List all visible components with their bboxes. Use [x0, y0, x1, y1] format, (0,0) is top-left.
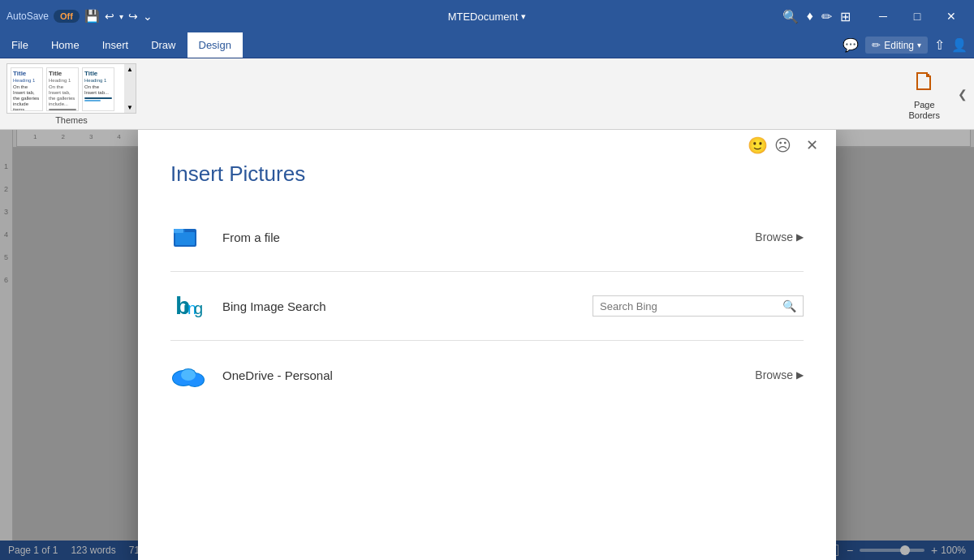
from-file-browse[interactable]: Browse ▶: [755, 230, 804, 243]
ribbon-tabs: File Home Insert Draw Design 💬 ✏ Editing…: [0, 32, 974, 58]
edit-icon: ✏: [872, 39, 881, 51]
bing-search-input[interactable]: [600, 300, 782, 312]
ribbon-right-controls: 💬 ✏ Editing ▾ ⇧ 👤: [843, 32, 974, 58]
ribbon-collapse-button[interactable]: ❮: [958, 88, 968, 101]
ribbon-content: Title Heading 1 On the Insert tab, the g…: [0, 58, 974, 130]
draw-icon[interactable]: ✏: [821, 9, 832, 24]
editing-chevron: ▾: [917, 41, 921, 50]
tab-draw[interactable]: Draw: [140, 32, 187, 58]
onedrive-icon: [170, 357, 206, 393]
page-borders-icon: 🗋: [912, 67, 937, 97]
bing-search-icon[interactable]: 🔍: [782, 299, 796, 312]
from-file-label: From a file: [222, 230, 739, 244]
insert-option-bing: b i n g Bing Image Search 🔍: [170, 272, 804, 341]
insert-pictures-modal: 🙂 ☹ ✕ Insert Pictures: [138, 130, 836, 560]
editing-label: Editing: [884, 40, 914, 51]
more-commands-icon[interactable]: ⌄: [143, 10, 153, 23]
from-file-browse-arrow: ▶: [796, 231, 804, 243]
theme-card-1[interactable]: Title Heading 1 On the Insert tab, the g…: [11, 67, 43, 111]
bing-search-wrapper[interactable]: 🔍: [593, 295, 804, 317]
modal-title: Insert Pictures: [138, 155, 836, 203]
content-area: 1 2 3 4 5 6 7 1 2 3 4 5 6: [0, 130, 974, 560]
bing-icon: b i n g: [170, 288, 206, 324]
theme-card-2[interactable]: Title Heading 1 On the Insert tab, the g…: [46, 67, 79, 111]
titlebar-left: AutoSave Off 💾 ↩ ▾ ↪ ⌄: [6, 9, 153, 24]
bing-search-action: 🔍: [593, 295, 804, 317]
modal-body: From a file Browse ▶ b i: [138, 203, 836, 560]
autosave-label: AutoSave: [6, 11, 49, 22]
svg-point-13: [181, 369, 196, 381]
insert-option-onedrive: OneDrive - Personal Browse ▶: [170, 341, 804, 409]
doc-dropdown-icon[interactable]: ▾: [521, 11, 526, 22]
feedback-negative-button[interactable]: ☹: [774, 136, 791, 155]
app-body: AutoSave Off 💾 ↩ ▾ ↪ ⌄ MTEDocument ▾ 🔍 ♦…: [0, 0, 974, 560]
editing-dropdown[interactable]: ✏ Editing ▾: [865, 37, 928, 54]
svg-text:i: i: [183, 299, 187, 317]
tab-design[interactable]: Design: [187, 32, 243, 58]
close-button[interactable]: ✕: [935, 4, 968, 28]
themes-section: Title Heading 1 On the Insert tab, the g…: [6, 58, 136, 129]
undo-dropdown-icon[interactable]: ▾: [119, 12, 123, 21]
page-borders-button[interactable]: 🗋 Page Borders: [900, 62, 948, 127]
insert-option-from-file: From a file Browse ▶: [170, 203, 804, 272]
feedback-positive-button[interactable]: 🙂: [748, 136, 768, 155]
tab-file[interactable]: File: [0, 32, 40, 58]
undo-icon[interactable]: ↩: [105, 10, 114, 23]
svg-rect-2: [175, 232, 195, 245]
onedrive-browse[interactable]: Browse ▶: [755, 368, 804, 381]
from-file-icon: [170, 219, 206, 255]
tab-insert[interactable]: Insert: [91, 32, 140, 58]
modal-overlay: 🙂 ☹ ✕ Insert Pictures: [0, 130, 974, 560]
doc-name: MTEDocument: [448, 11, 519, 23]
autosave-toggle[interactable]: Off: [54, 10, 80, 23]
save-icon[interactable]: 💾: [84, 9, 100, 24]
modal-header: 🙂 ☹ ✕: [138, 130, 836, 155]
svg-text:g: g: [194, 299, 203, 317]
tab-home[interactable]: Home: [40, 32, 91, 58]
onedrive-label: OneDrive - Personal: [222, 368, 739, 382]
comment-icon[interactable]: 💬: [843, 37, 859, 53]
bing-label: Bing Image Search: [222, 299, 576, 313]
maximize-button[interactable]: □: [901, 4, 933, 28]
onedrive-browse-arrow: ▶: [796, 369, 804, 381]
titlebar-center: MTEDocument ▾: [448, 11, 527, 23]
layout-icon[interactable]: ⊞: [840, 9, 851, 24]
page-borders-label: Page Borders: [908, 100, 940, 121]
share-icon[interactable]: ⇧: [934, 37, 945, 53]
themes-label: Themes: [55, 115, 88, 125]
onedrive-browse-button[interactable]: Browse: [755, 368, 793, 381]
from-file-browse-button[interactable]: Browse: [755, 230, 793, 243]
svg-rect-3: [174, 229, 183, 233]
redo-icon[interactable]: ↪: [128, 10, 138, 23]
gallery-scroll-down[interactable]: ▼: [124, 102, 136, 113]
search-icon[interactable]: 🔍: [782, 9, 799, 24]
modal-close-button[interactable]: ✕: [801, 136, 823, 154]
gallery-scroll-up[interactable]: ▲: [124, 64, 136, 75]
feedback-buttons: 🙂 ☹: [748, 136, 791, 155]
window-controls: ─ □ ✕: [867, 4, 968, 28]
profile-icon[interactable]: 👤: [951, 37, 968, 53]
titlebar-right: 🔍 ♦ ✏ ⊞ ─ □ ✕: [782, 4, 968, 28]
minimize-button[interactable]: ─: [867, 4, 899, 28]
titlebar: AutoSave Off 💾 ↩ ▾ ↪ ⌄ MTEDocument ▾ 🔍 ♦…: [0, 0, 974, 32]
theme-card-3[interactable]: Title Heading 1 On the Insert tab...: [82, 67, 114, 111]
themes-gallery[interactable]: Title Heading 1 On the Insert tab, the g…: [6, 63, 136, 114]
diamond-icon[interactable]: ♦: [807, 9, 813, 24]
